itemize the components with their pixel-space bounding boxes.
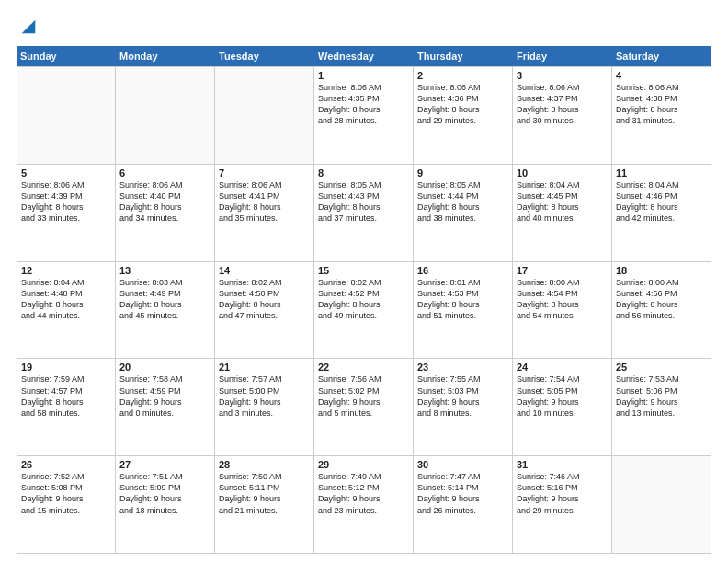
day-number: 31 bbox=[517, 459, 608, 470]
day-info: Sunrise: 7:53 AM Sunset: 5:06 PM Dayligh… bbox=[616, 373, 707, 419]
day-info: Sunrise: 8:06 AM Sunset: 4:36 PM Dayligh… bbox=[417, 82, 508, 127]
day-number: 3 bbox=[517, 70, 608, 81]
calendar-cell: 1Sunrise: 8:06 AM Sunset: 4:35 PM Daylig… bbox=[314, 67, 414, 164]
calendar-cell: 2Sunrise: 8:06 AM Sunset: 4:36 PM Daylig… bbox=[414, 67, 513, 164]
calendar-cell bbox=[116, 67, 215, 164]
day-info: Sunrise: 7:54 AM Sunset: 5:05 PM Dayligh… bbox=[517, 373, 608, 419]
day-info: Sunrise: 7:59 AM Sunset: 4:57 PM Dayligh… bbox=[21, 373, 111, 419]
day-number: 9 bbox=[417, 167, 508, 178]
page: SundayMondayTuesdayWednesdayThursdayFrid… bbox=[0, 0, 728, 563]
weekday-header-saturday: Saturday bbox=[612, 46, 711, 66]
calendar-cell: 7Sunrise: 8:06 AM Sunset: 4:41 PM Daylig… bbox=[215, 165, 314, 261]
day-info: Sunrise: 7:55 AM Sunset: 5:03 PM Dayligh… bbox=[417, 373, 508, 419]
day-info: Sunrise: 8:04 AM Sunset: 4:46 PM Dayligh… bbox=[616, 179, 707, 224]
weekday-header-wednesday: Wednesday bbox=[314, 46, 414, 66]
day-info: Sunrise: 8:05 AM Sunset: 4:44 PM Dayligh… bbox=[417, 179, 508, 224]
day-info: Sunrise: 8:06 AM Sunset: 4:41 PM Dayligh… bbox=[219, 179, 310, 224]
day-number: 12 bbox=[21, 265, 111, 276]
day-info: Sunrise: 7:51 AM Sunset: 5:09 PM Dayligh… bbox=[119, 471, 210, 516]
day-info: Sunrise: 8:06 AM Sunset: 4:38 PM Dayligh… bbox=[616, 82, 707, 127]
day-info: Sunrise: 7:47 AM Sunset: 5:14 PM Dayligh… bbox=[417, 471, 508, 516]
day-number: 17 bbox=[517, 265, 608, 276]
calendar-header: SundayMondayTuesdayWednesdayThursdayFrid… bbox=[17, 46, 711, 66]
day-number: 29 bbox=[318, 459, 409, 470]
calendar-cell: 25Sunrise: 7:53 AM Sunset: 5:06 PM Dayli… bbox=[612, 359, 711, 455]
day-info: Sunrise: 7:57 AM Sunset: 5:00 PM Dayligh… bbox=[219, 373, 310, 419]
calendar-cell: 16Sunrise: 8:01 AM Sunset: 4:53 PM Dayli… bbox=[414, 262, 513, 359]
calendar-cell: 21Sunrise: 7:57 AM Sunset: 5:00 PM Dayli… bbox=[215, 359, 314, 455]
calendar-cell: 4Sunrise: 8:06 AM Sunset: 4:38 PM Daylig… bbox=[612, 67, 711, 164]
day-number: 7 bbox=[219, 167, 310, 178]
day-info: Sunrise: 8:06 AM Sunset: 4:37 PM Dayligh… bbox=[517, 82, 608, 127]
day-number: 23 bbox=[417, 362, 508, 373]
calendar-cell: 9Sunrise: 8:05 AM Sunset: 4:44 PM Daylig… bbox=[414, 165, 513, 261]
weekday-header-friday: Friday bbox=[513, 46, 612, 66]
day-info: Sunrise: 8:05 AM Sunset: 4:43 PM Dayligh… bbox=[318, 179, 409, 224]
day-number: 27 bbox=[119, 459, 210, 470]
day-number: 22 bbox=[318, 362, 409, 373]
day-number: 18 bbox=[616, 265, 707, 276]
calendar-cell bbox=[17, 67, 116, 164]
calendar-cell: 26Sunrise: 7:52 AM Sunset: 5:08 PM Dayli… bbox=[17, 456, 116, 553]
day-number: 30 bbox=[417, 459, 508, 470]
day-number: 8 bbox=[318, 167, 409, 178]
calendar-cell: 23Sunrise: 7:55 AM Sunset: 5:03 PM Dayli… bbox=[414, 359, 513, 455]
calendar-cell: 30Sunrise: 7:47 AM Sunset: 5:14 PM Dayli… bbox=[414, 456, 513, 553]
day-number: 14 bbox=[219, 265, 310, 276]
day-number: 5 bbox=[21, 167, 111, 178]
calendar-cell: 11Sunrise: 8:04 AM Sunset: 4:46 PM Dayli… bbox=[612, 165, 711, 261]
calendar-row: 5Sunrise: 8:06 AM Sunset: 4:39 PM Daylig… bbox=[17, 165, 711, 262]
calendar-cell bbox=[215, 67, 314, 164]
day-number: 11 bbox=[616, 167, 707, 178]
day-info: Sunrise: 8:00 AM Sunset: 4:54 PM Dayligh… bbox=[517, 277, 608, 322]
day-number: 19 bbox=[21, 362, 111, 373]
calendar-cell: 29Sunrise: 7:49 AM Sunset: 5:12 PM Dayli… bbox=[314, 456, 414, 553]
calendar-body: 1Sunrise: 8:06 AM Sunset: 4:35 PM Daylig… bbox=[17, 66, 711, 554]
day-number: 25 bbox=[616, 362, 707, 373]
day-info: Sunrise: 8:06 AM Sunset: 4:39 PM Dayligh… bbox=[21, 179, 111, 224]
calendar-cell: 22Sunrise: 7:56 AM Sunset: 5:02 PM Dayli… bbox=[314, 359, 414, 455]
calendar-cell: 19Sunrise: 7:59 AM Sunset: 4:57 PM Dayli… bbox=[17, 359, 116, 455]
day-info: Sunrise: 8:01 AM Sunset: 4:53 PM Dayligh… bbox=[417, 277, 508, 322]
calendar-cell: 24Sunrise: 7:54 AM Sunset: 5:05 PM Dayli… bbox=[513, 359, 612, 455]
calendar-cell: 14Sunrise: 8:02 AM Sunset: 4:50 PM Dayli… bbox=[215, 262, 314, 359]
day-info: Sunrise: 7:46 AM Sunset: 5:16 PM Dayligh… bbox=[517, 471, 608, 516]
day-info: Sunrise: 8:02 AM Sunset: 4:52 PM Dayligh… bbox=[318, 277, 409, 322]
calendar-cell: 6Sunrise: 8:06 AM Sunset: 4:40 PM Daylig… bbox=[116, 165, 215, 261]
day-info: Sunrise: 8:04 AM Sunset: 4:45 PM Dayligh… bbox=[517, 179, 608, 224]
day-number: 13 bbox=[119, 265, 210, 276]
day-info: Sunrise: 7:49 AM Sunset: 5:12 PM Dayligh… bbox=[318, 471, 409, 516]
calendar-row: 1Sunrise: 8:06 AM Sunset: 4:35 PM Daylig… bbox=[17, 66, 711, 165]
day-number: 2 bbox=[417, 70, 508, 81]
day-info: Sunrise: 8:06 AM Sunset: 4:35 PM Dayligh… bbox=[318, 82, 409, 127]
day-number: 20 bbox=[119, 362, 210, 373]
day-info: Sunrise: 8:06 AM Sunset: 4:40 PM Dayligh… bbox=[119, 179, 210, 224]
calendar-row: 12Sunrise: 8:04 AM Sunset: 4:48 PM Dayli… bbox=[17, 262, 711, 360]
calendar: SundayMondayTuesdayWednesdayThursdayFrid… bbox=[17, 46, 711, 554]
day-number: 6 bbox=[119, 167, 210, 178]
calendar-row: 26Sunrise: 7:52 AM Sunset: 5:08 PM Dayli… bbox=[17, 456, 711, 554]
day-number: 21 bbox=[219, 362, 310, 373]
day-number: 10 bbox=[517, 167, 608, 178]
day-number: 26 bbox=[21, 459, 111, 470]
calendar-cell: 27Sunrise: 7:51 AM Sunset: 5:09 PM Dayli… bbox=[116, 456, 215, 553]
day-number: 16 bbox=[417, 265, 508, 276]
weekday-header-sunday: Sunday bbox=[17, 46, 116, 66]
calendar-cell: 12Sunrise: 8:04 AM Sunset: 4:48 PM Dayli… bbox=[17, 262, 116, 359]
calendar-cell: 15Sunrise: 8:02 AM Sunset: 4:52 PM Dayli… bbox=[314, 262, 414, 359]
day-number: 24 bbox=[517, 362, 608, 373]
calendar-row: 19Sunrise: 7:59 AM Sunset: 4:57 PM Dayli… bbox=[17, 359, 711, 456]
weekday-header-tuesday: Tuesday bbox=[215, 46, 314, 66]
svg-marker-0 bbox=[22, 20, 36, 34]
calendar-cell: 31Sunrise: 7:46 AM Sunset: 5:16 PM Dayli… bbox=[513, 456, 612, 553]
day-number: 28 bbox=[219, 459, 310, 470]
calendar-cell: 5Sunrise: 8:06 AM Sunset: 4:39 PM Daylig… bbox=[17, 165, 116, 261]
weekday-header-monday: Monday bbox=[116, 46, 215, 66]
calendar-cell: 8Sunrise: 8:05 AM Sunset: 4:43 PM Daylig… bbox=[314, 165, 414, 261]
calendar-cell: 10Sunrise: 8:04 AM Sunset: 4:45 PM Dayli… bbox=[513, 165, 612, 261]
calendar-cell: 20Sunrise: 7:58 AM Sunset: 4:59 PM Dayli… bbox=[116, 359, 215, 455]
calendar-cell: 17Sunrise: 8:00 AM Sunset: 4:54 PM Dayli… bbox=[513, 262, 612, 359]
day-number: 4 bbox=[616, 70, 707, 81]
calendar-cell: 28Sunrise: 7:50 AM Sunset: 5:11 PM Dayli… bbox=[215, 456, 314, 553]
day-info: Sunrise: 7:58 AM Sunset: 4:59 PM Dayligh… bbox=[119, 373, 210, 419]
